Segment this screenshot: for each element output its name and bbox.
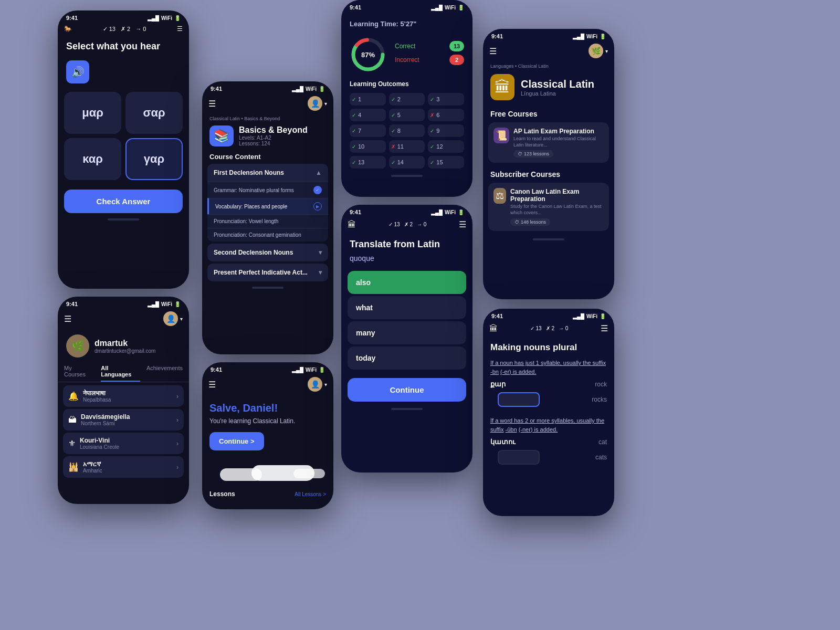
- chevron-right-icon-4: ›: [176, 464, 178, 471]
- user-avatar-4[interactable]: 👤: [308, 377, 322, 392]
- hamburger-icon-4[interactable]: ☰: [208, 380, 216, 390]
- outcome-cell-7: ✓7: [350, 124, 386, 137]
- bottom-bar-3: [252, 287, 284, 289]
- ap-desc: Learn to read and understand Classical L…: [513, 136, 604, 148]
- accordion-header-3[interactable]: Present Perfect Indicative Act... ▾: [207, 264, 328, 281]
- wrong-6: ✗ 2: [404, 222, 413, 227]
- canon-desc: Study for the Canon Law Latin Exam, a te…: [510, 204, 604, 216]
- signal-icons-8: ▂▄█ WiFi 🔋: [573, 313, 606, 319]
- translate-option-3[interactable]: many: [348, 321, 466, 344]
- word-english-2: cat: [598, 438, 607, 446]
- bottom-bar-6: [391, 408, 423, 410]
- wifi-3: WiFi: [306, 86, 317, 92]
- chevron-down-icon-3: ▾: [319, 269, 322, 276]
- phone-salve: 9:41 ▂▄█ WiFi 🔋 ☰ 👤 ▾ Salve, Daniel! You…: [202, 362, 333, 509]
- item-label-4: Pronunciation: Consonant gemination: [214, 232, 301, 238]
- translate-option-4[interactable]: today: [348, 346, 466, 370]
- answer-option-4-selected[interactable]: γαρ: [125, 138, 183, 180]
- accordion-item-3[interactable]: Pronunciation: Vowel length: [207, 214, 328, 228]
- outcome-cell-2: ✓2: [389, 93, 425, 106]
- translate-option-1-selected[interactable]: also: [348, 271, 466, 294]
- continue-button-4[interactable]: Continue >: [209, 432, 264, 450]
- language-list: 🔔 नेपालभाषा Nepalbhasa › 🏔 Davvisámegiel…: [58, 382, 189, 481]
- percent-label: 87%: [361, 51, 375, 59]
- translate-word: quoque: [341, 252, 472, 269]
- menu-icon[interactable]: ☰: [177, 25, 183, 33]
- suffix-2: -ûbn: [506, 426, 517, 433]
- back-icon-8[interactable]: 🏛: [489, 324, 498, 333]
- word-plural-1: rocks: [592, 396, 607, 403]
- top-nav-2: ☰ 👤 ▾: [58, 309, 189, 330]
- outcome-cell-6: ✗6: [428, 109, 464, 121]
- translate-option-2[interactable]: what: [348, 296, 466, 319]
- amharic-sub: Amharic: [83, 468, 102, 474]
- canon-icon: ⚖: [494, 188, 506, 204]
- top-nav-1: 🐎 ✓ 13 ✗ 2 → 0 ☰: [58, 23, 189, 37]
- top-nav-8: 🏛 ✓ 13 ✗ 2 → 0 ☰: [483, 321, 614, 338]
- user-avatar-3[interactable]: 👤: [308, 96, 322, 111]
- incorrect-label: Incorrect: [395, 56, 419, 64]
- accordion-body-1: Grammar: Nominative plural forms ✓ Vocab…: [207, 182, 328, 242]
- cloud-decoration: [209, 455, 326, 481]
- user-avatar-sm[interactable]: 👤: [163, 311, 178, 326]
- chevron-right-icon-2: ›: [176, 416, 178, 424]
- answer-option-3[interactable]: καρ: [64, 138, 121, 180]
- language-item-sami[interactable]: 🏔 Davvisámegiella Northern Sámi ›: [63, 409, 184, 430]
- accordion-item-1[interactable]: Grammar: Nominative plural forms ✓: [207, 182, 328, 198]
- continue-button-6[interactable]: Continue: [348, 378, 466, 402]
- tab-all-languages[interactable]: All Languages: [101, 362, 140, 382]
- tab-my-courses[interactable]: My Courses: [64, 362, 94, 382]
- accordion-header-1[interactable]: First Declension Nouns ▲: [207, 164, 328, 182]
- phone-classical-latin: 9:41 ▂▄█ WiFi 🔋 ☰ 🌿 ▾ Languages • Classi…: [483, 29, 614, 299]
- top-nav-6: 🏛 ✓ 13 ✗ 2 → 0 ☰: [341, 217, 472, 234]
- check-icon: ✓: [391, 112, 395, 118]
- menu-8[interactable]: ☰: [601, 323, 608, 333]
- language-item-nepal[interactable]: 🔔 नेपालभाषा Nepalbhasa ›: [63, 385, 184, 407]
- accordion-title-1: First Declension Nouns: [214, 169, 284, 176]
- language-item-amharic[interactable]: 🕌 አማርኛ Amharic ›: [63, 456, 184, 478]
- menu-icon-6[interactable]: ☰: [459, 219, 466, 229]
- accordion-item-2-active[interactable]: Vocabulary: Places and people ▶: [207, 198, 328, 214]
- learning-time-header: Learning Time: 5'27": [341, 13, 472, 32]
- all-lessons-link[interactable]: All Lessons >: [295, 491, 326, 497]
- course-card-ap[interactable]: 📜 AP Latin Exam Preparation Learn to rea…: [488, 122, 609, 163]
- back-icon[interactable]: 🐎: [64, 25, 72, 33]
- chevron-down-icon: ▾: [180, 316, 183, 322]
- status-bar-1: 9:41 ▂▄█ WiFi 🔋: [58, 10, 189, 23]
- username: dmartuk: [94, 339, 155, 348]
- outcome-cell-14: ✓14: [389, 156, 425, 169]
- course-card-canon[interactable]: ⚖ Canon Law Latin Exam Preparation Study…: [488, 183, 609, 230]
- course-lessons-3: Lessons: 124: [239, 141, 308, 146]
- hamburger-icon[interactable]: ☰: [64, 314, 71, 324]
- accordion-item-4[interactable]: Pronunciation: Consonant gemination: [207, 228, 328, 242]
- check-icon: ✓: [352, 97, 356, 102]
- audio-button[interactable]: 🔊: [66, 60, 89, 83]
- score-section: 87% Correct 13 Incorrect 2: [341, 32, 472, 77]
- hamburger-icon-3[interactable]: ☰: [208, 99, 216, 109]
- amharic-name: አማርኛ: [83, 460, 102, 468]
- item-label-2: Vocabulary: Places and people: [215, 204, 287, 209]
- back-icon-6[interactable]: 🏛: [348, 220, 356, 229]
- status-bar-2: 9:41 ▂▄█ WiFi 🔋: [58, 297, 189, 309]
- language-item-creole[interactable]: ⚜ Kouri-Vini Louisiana Creole ›: [63, 433, 184, 454]
- phone-profile: 9:41 ▂▄█ WiFi 🔋 ☰ 👤 ▾ 🌿 dmartuk dmartint…: [58, 297, 189, 504]
- status-bar-5: 9:41 ▂▄█ WiFi 🔋: [341, 0, 472, 13]
- hamburger-7[interactable]: ☰: [489, 46, 497, 56]
- amharic-icon: 🕌: [68, 462, 79, 472]
- creole-name: Kouri-Vini: [80, 437, 119, 444]
- check-answer-button[interactable]: Check Answer: [64, 190, 183, 213]
- nav-stats-1: ✓ 13 ✗ 2 → 0: [103, 26, 146, 33]
- chevron-up-icon: ▲: [316, 169, 322, 176]
- accordion-header-2[interactable]: Second Declension Nouns ▾: [207, 244, 328, 261]
- status-bar-8: 9:41 ▂▄█ WiFi 🔋: [483, 309, 614, 321]
- translate-title: Translate from Latin: [341, 234, 472, 252]
- answer-option-1[interactable]: μαρ: [64, 92, 121, 134]
- section-title-3: Course Content: [202, 150, 333, 164]
- profile-section: 🌿 dmartuk dmartintucker@gmail.com: [58, 330, 189, 362]
- avatar-7[interactable]: 🌿: [589, 44, 603, 58]
- answer-option-2[interactable]: σαρ: [125, 92, 183, 134]
- tab-achievements[interactable]: Achievements: [146, 362, 183, 382]
- outcome-cell-9: ✓9: [428, 124, 464, 137]
- status-bar-7: 9:41 ▂▄█ WiFi 🔋: [483, 29, 614, 41]
- course-levels-3: Levels: A1-A2: [239, 135, 308, 141]
